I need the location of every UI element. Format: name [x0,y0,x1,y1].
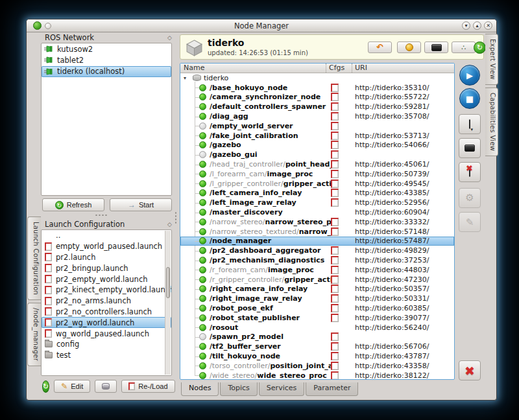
launch-list-item[interactable]: test [42,350,171,361]
cfg-icon[interactable] [331,150,339,159]
start-node-button[interactable]: ▶ [459,65,480,86]
node-row[interactable]: /right_camera_info_relay http://tiderko:… [180,285,454,294]
node-row[interactable]: /wide_stereo/wide_stereo_proc http://tid… [180,371,454,380]
node-row[interactable]: /tilt_hokuyo_node http://tiderko:43787/ [180,351,454,361]
node-row[interactable]: /robot_pose_ekf http://tiderko:60385/ [180,303,454,313]
cfg-icon[interactable] [331,170,339,178]
host-list-item[interactable]: kutusow2 [42,43,171,54]
run-node-button[interactable]: ↶ [368,41,392,53]
column-uri[interactable]: URI [352,64,454,73]
refresh-host-button[interactable]: ↻ [474,41,486,54]
node-row[interactable]: /gazebo http://tiderko:54066/ [180,141,454,150]
show-screen-button[interactable]: ▾ [459,114,481,134]
launch-list-item[interactable]: pr2_wg_world.launch [42,317,171,328]
cfg-icon[interactable] [331,266,339,274]
node-row[interactable]: /l_forearm_cam/image_proc http://tiderko… [180,169,454,179]
cfg-icon[interactable] [331,285,339,293]
launch-list-item[interactable]: .. [42,230,171,241]
cfg-icon[interactable] [331,332,339,341]
edit-node-button[interactable]: ✎ [459,212,481,232]
cfg-icon[interactable] [331,180,339,188]
right-dock-tab[interactable]: Capabilities View [485,88,498,156]
cfg-icon[interactable] [331,371,339,380]
cfg-icon[interactable] [331,256,339,264]
node-row[interactable]: /r_forearm_cam/image_proc http://tiderko… [180,265,454,275]
right-dock-tab[interactable]: Expert View [485,34,498,85]
launch-list-item[interactable]: pr2_bringup.launch [42,262,171,274]
scrollbar-thumb[interactable] [166,267,170,298]
cfg-icon[interactable] [331,362,339,370]
node-row[interactable]: /left_image_raw_relay http://tiderko:529… [180,198,454,207]
tree-root-row[interactable]: ▾ tiderko [180,73,454,83]
cfg-icon[interactable] [331,342,339,351]
launch-list-item[interactable]: pr2_no_arms.launch [42,296,171,307]
column-cfgs[interactable]: Cfgs [326,64,352,73]
node-row[interactable]: /robot_state_publisher http://tiderko:39… [180,313,454,323]
cfg-icon[interactable] [331,160,339,169]
node-row[interactable]: /narrow_stereo_textured/narrow_stereo_pr… [180,227,454,237]
node-row[interactable]: /camera_synchronizer_node http://tiderko… [180,93,454,102]
cfg-icon[interactable] [331,198,339,207]
reload-launch-button[interactable]: Re-/Load [121,380,175,393]
launch-list-item[interactable]: pr2_kinect_empty_world.launch [42,285,171,296]
launch-list-item[interactable]: config [42,339,171,350]
launch-list-item[interactable]: empty_world_paused.launch [42,241,171,252]
view-tab[interactable]: Nodes [181,382,219,396]
column-name[interactable]: Name [180,64,326,73]
reload-launch-icon-button[interactable]: ↻ [42,380,49,393]
close-window-button[interactable]: ✕ [484,21,492,30]
left-dock-tab[interactable]: Launch Configuration [27,216,41,300]
node-row[interactable]: /rosout http://tiderko:56240/ [180,323,454,332]
titlebar[interactable]: Node Manager ▾ ▴ ✕ [27,19,496,32]
minimize-button[interactable]: ▾ [462,21,470,30]
settings-button[interactable]: ⚙ [459,188,481,208]
float-panel-icon[interactable]: ◇ [167,221,172,228]
host-list-item[interactable]: tablet2 [42,54,171,65]
node-row[interactable]: /empty_world_server [180,121,454,131]
node-row[interactable]: /gazebo_gui [180,150,454,159]
cfg-icon[interactable] [331,189,339,197]
cfg-icon[interactable] [331,93,339,101]
node-row[interactable]: /node_manager http://tiderko:57487/ [180,237,454,246]
cfg-icon[interactable] [331,352,339,360]
node-row[interactable]: /narrow_stereo/narrow_stereo_proc http:/… [180,217,454,227]
show-graph-button[interactable]: ∴ [452,41,476,53]
storage-button[interactable] [95,380,117,393]
cfg-icon[interactable] [331,246,339,255]
refresh-hosts-button[interactable]: ↻ Refresh [42,198,104,211]
kill-screen-button[interactable]: ✖ [459,162,481,182]
show-single-screen-button[interactable] [459,138,481,158]
kill-node-button[interactable]: ✖ [459,360,481,380]
cfg-icon[interactable] [331,275,339,284]
node-row[interactable]: /r_gripper_controller/gripper_action_nod… [180,275,454,285]
window-menu-button[interactable] [45,23,51,29]
node-row[interactable]: /head_traj_controller/point_head_action … [180,159,454,169]
view-tab[interactable]: Topics [220,382,257,396]
cfg-icon[interactable] [331,102,339,111]
cfg-icon[interactable] [331,132,339,140]
node-row[interactable]: /master_discovery http://tiderko:60904/ [180,207,454,217]
float-panel-icon[interactable]: ◇ [167,34,172,41]
start-host-button[interactable]: → Start [110,198,172,211]
launch-list-item[interactable]: wg_world_paused.launch [42,328,171,339]
cfg-icon[interactable] [331,294,339,303]
cfg-icon[interactable] [331,122,339,130]
view-tab[interactable]: Services [259,382,304,396]
launch-list-item[interactable]: pr2_empty_world.launch [42,274,171,285]
node-row[interactable]: /pr2_mechanism_diagnostics http://tiderk… [180,255,454,265]
launch-list-item[interactable]: pr2.launch [42,252,171,263]
node-row[interactable]: /pr2_dashboard_aggregator http://tiderko… [180,246,454,255]
node-row[interactable]: /base_hokuyo_node http://tiderko:35310/ [180,83,454,93]
launch-list-item[interactable]: pr2_no_controllers.launch [42,307,171,318]
maximize-button[interactable]: ▴ [473,21,481,30]
cfg-icon[interactable] [331,218,339,226]
cfg-icon[interactable] [331,304,339,312]
node-row[interactable]: /spawn_pr2_model [180,332,454,342]
vertical-splitter[interactable] [175,211,177,224]
host-list-item[interactable]: tiderko (localhost) [42,66,171,77]
node-row[interactable]: /fake_joint_calibration http://tiderko:5… [180,131,454,141]
node-row[interactable]: /default_controllers_spawner http://tide… [180,102,454,111]
node-row[interactable]: /diag_agg http://tiderko:35708/ [180,111,454,121]
expander-icon[interactable]: ▾ [184,75,190,81]
node-row[interactable]: /left_camera_info_relay http://tiderko:4… [180,189,454,198]
